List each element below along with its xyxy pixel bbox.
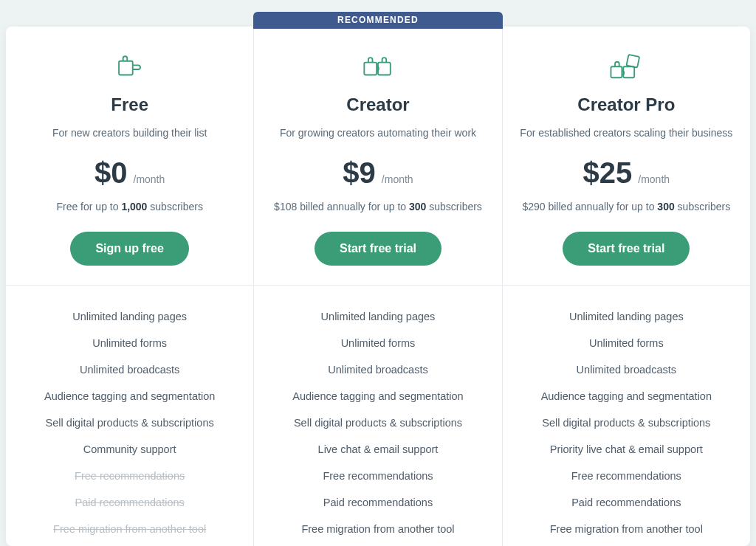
- feature-item: Sell digital products & subscriptions: [21, 410, 238, 436]
- feature-item: Audience tagging and segmentation: [21, 383, 238, 410]
- puzzle-icon: [269, 52, 487, 87]
- plan-tagline: For established creators scaling their b…: [518, 127, 735, 139]
- plan-free: Free For new creators building their lis…: [6, 27, 254, 546]
- plan-tagline: For growing creators automating their wo…: [269, 127, 487, 139]
- signup-free-button[interactable]: Sign up free: [70, 232, 188, 266]
- price-amount: $0: [94, 158, 128, 187]
- feature-list: Unlimited landing pages Unlimited forms …: [254, 286, 501, 542]
- plan-head: Creator Pro For established creators sca…: [503, 52, 750, 286]
- feature-item: Live chat & email support: [269, 436, 487, 463]
- feature-item: Free migration from another tool: [269, 516, 487, 542]
- feature-item: Free recommendations: [269, 463, 487, 489]
- price-amount: $9: [343, 158, 376, 187]
- plan-creator-pro: Creator Pro For established creators sca…: [503, 27, 750, 546]
- feature-item: Unlimited forms: [269, 330, 487, 356]
- plan-name: Creator: [269, 94, 487, 115]
- plan-creator: RECOMMENDED Creator For growing creators…: [254, 27, 502, 546]
- plan-tagline: For new creators building their list: [21, 127, 238, 139]
- plan-head: Creator For growing creators automating …: [254, 52, 501, 286]
- feature-item: Unlimited broadcasts: [518, 356, 735, 383]
- start-free-trial-button[interactable]: Start free trial: [315, 232, 441, 266]
- svg-rect-1: [364, 63, 377, 75]
- feature-item: Unlimited forms: [518, 330, 735, 356]
- feature-item: Paid recommendations: [518, 489, 735, 516]
- feature-list: Unlimited landing pages Unlimited forms …: [6, 286, 253, 542]
- svg-rect-0: [119, 61, 133, 75]
- feature-item: Unlimited landing pages: [21, 303, 238, 330]
- feature-item: Free migration from another tool: [518, 516, 735, 542]
- feature-item: Unlimited landing pages: [518, 303, 735, 330]
- feature-item: Paid recommendations: [269, 489, 487, 516]
- pricing-table: Free For new creators building their lis…: [6, 27, 750, 546]
- feature-item: Audience tagging and segmentation: [269, 383, 487, 410]
- price-row: $0 /month: [21, 158, 238, 187]
- svg-rect-5: [627, 55, 640, 68]
- price-amount: $25: [583, 158, 633, 187]
- price-row: $25 /month: [518, 158, 735, 187]
- svg-rect-4: [624, 66, 635, 77]
- feature-item: Sell digital products & subscriptions: [269, 410, 487, 436]
- feature-item: Sell digital products & subscriptions: [518, 410, 735, 436]
- billing-note: $108 billed annually for up to 300 subsc…: [269, 201, 487, 212]
- plan-head: Free For new creators building their lis…: [6, 52, 253, 286]
- svg-rect-2: [378, 63, 391, 75]
- price-period: /month: [134, 173, 165, 185]
- feature-item: Community support: [21, 436, 238, 463]
- recommended-badge: RECOMMENDED: [253, 12, 502, 29]
- feature-item: Priority live chat & email support: [518, 436, 735, 463]
- puzzle-icon: [518, 52, 735, 87]
- price-period: /month: [382, 173, 413, 185]
- feature-item-excluded: Paid recommendations: [21, 489, 238, 516]
- feature-item-excluded: Free migration from another tool: [21, 516, 238, 542]
- feature-item: Unlimited forms: [21, 330, 238, 356]
- svg-rect-3: [611, 66, 622, 77]
- billing-note: $290 billed annually for up to 300 subsc…: [518, 201, 735, 212]
- billing-note: Free for up to 1,000 subscribers: [21, 201, 238, 212]
- feature-item: Free recommendations: [518, 463, 735, 489]
- feature-item: Unlimited landing pages: [269, 303, 487, 330]
- price-period: /month: [638, 173, 670, 185]
- plan-name: Free: [21, 94, 238, 115]
- start-free-trial-button[interactable]: Start free trial: [563, 232, 690, 266]
- feature-item: Audience tagging and segmentation: [518, 383, 735, 410]
- feature-item-excluded: Free recommendations: [21, 463, 238, 489]
- feature-item: Unlimited broadcasts: [269, 356, 487, 383]
- feature-item: Unlimited broadcasts: [21, 356, 238, 383]
- price-row: $9 /month: [269, 158, 487, 187]
- puzzle-icon: [21, 52, 238, 87]
- feature-list: Unlimited landing pages Unlimited forms …: [503, 286, 750, 542]
- plan-name: Creator Pro: [518, 94, 735, 115]
